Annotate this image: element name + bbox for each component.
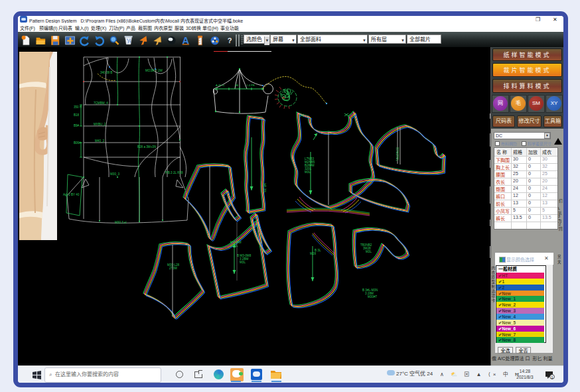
svg-text:B28 a 3M+3N: B28 a 3M+3N: [137, 145, 156, 149]
svg-text:7CMBM_4: 7CMBM_4: [94, 101, 108, 105]
svg-text:Agt 2 BY 40: Agt 2 BY 40: [63, 193, 80, 196]
svg-text:B3M28ML: B3M28ML: [396, 147, 399, 161]
svg-text:M3L: M3L: [240, 261, 246, 264]
svg-text:340.38 B: 340.38 B: [100, 71, 112, 74]
svg-text:A 45 %: A 45 %: [216, 84, 225, 87]
svg-text:M30#7: M30#7: [368, 295, 377, 298]
svg-text:B18: B18: [74, 113, 80, 117]
svg-text:M3L: M3L: [305, 170, 311, 174]
svg-text:1 4 PR: 1 4 PR: [246, 84, 255, 87]
svg-text:B06#: B06#: [74, 141, 81, 145]
svg-text:B9#: B9#: [74, 124, 80, 127]
svg-text:P.B.3 2L R28: P.B.3 2L R28: [165, 171, 183, 174]
svg-text:M30 3 el: M30 3 el: [115, 221, 127, 224]
svg-text:M40_3: M40_3: [95, 139, 104, 143]
svg-text:MO3M 7.2W: MO3M 7.2W: [145, 69, 163, 72]
svg-text:M28: M28: [310, 252, 316, 255]
svg-text:M3 28L: M3 28L: [263, 183, 266, 194]
svg-text:M3L: M3L: [366, 250, 372, 253]
svg-text:350 H: 350 H: [74, 105, 82, 109]
svg-text:M30_3: M30_3: [110, 172, 119, 176]
svg-text:4B: 4B: [235, 84, 238, 87]
svg-text:MXBU_2: MXBU_2: [94, 123, 106, 126]
svg-text:B2: B2: [282, 97, 285, 99]
svg-text:2T3M: 2T3M: [169, 267, 177, 270]
svg-text:?: ?: [228, 36, 232, 44]
